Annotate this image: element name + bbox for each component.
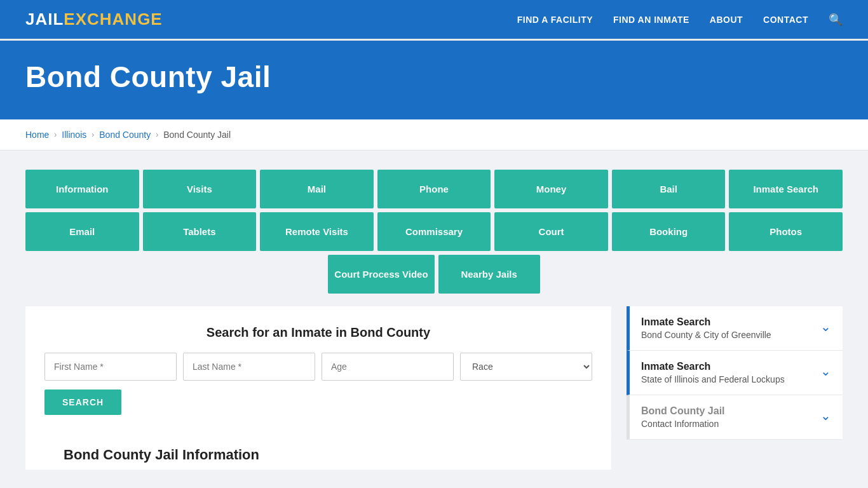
breadcrumb-bond-county[interactable]: Bond County	[99, 130, 151, 140]
grid-section: Information Visits Mail Phone Money Bail…	[25, 170, 843, 294]
lower-section: Search for an Inmate in Bond County Race…	[25, 306, 843, 470]
button-row-3: Court Process Video Nearby Jails	[25, 255, 843, 294]
btn-remote-visits[interactable]: Remote Visits	[260, 212, 374, 251]
sidebar-item-2[interactable]: Inmate Search State of Illinois and Fede…	[627, 351, 843, 395]
btn-mail[interactable]: Mail	[260, 170, 374, 208]
sidebar-item-3-sublabel: Contact Information	[641, 419, 725, 429]
sidebar-item-1-sublabel: Bond County & City of Greenville	[641, 330, 771, 340]
breadcrumb-sep-2: ›	[92, 130, 94, 139]
logo[interactable]: JAILEXCHANGE	[25, 10, 163, 29]
find-a-facility-link[interactable]: FIND A FACILITY	[517, 15, 593, 25]
breadcrumb-bar: Home › Illinois › Bond County › Bond Cou…	[0, 119, 868, 151]
button-row-2: Email Tablets Remote Visits Commissary C…	[25, 212, 843, 251]
sidebar-item-2-label: Inmate Search	[641, 361, 785, 372]
left-column: Search for an Inmate in Bond County Race…	[25, 306, 611, 470]
find-an-inmate-link[interactable]: FIND AN INMATE	[613, 15, 689, 25]
btn-photos[interactable]: Photos	[729, 212, 843, 251]
chevron-down-icon-3: ⌄	[820, 408, 831, 423]
last-name-input[interactable]	[183, 353, 315, 381]
btn-booking[interactable]: Booking	[612, 212, 726, 251]
chevron-down-icon-1: ⌄	[820, 319, 831, 334]
btn-phone[interactable]: Phone	[377, 170, 491, 208]
btn-information[interactable]: Information	[25, 170, 139, 208]
breadcrumb-sep-1: ›	[54, 130, 57, 139]
sidebar-item-3[interactable]: Bond County Jail Contact Information ⌄	[627, 395, 843, 440]
sidebar-item-1[interactable]: Inmate Search Bond County & City of Gree…	[627, 306, 843, 351]
breadcrumb-illinois[interactable]: Illinois	[62, 130, 86, 140]
first-name-input[interactable]	[44, 353, 177, 381]
main-content: Information Visits Mail Phone Money Bail…	[0, 151, 868, 488]
race-select[interactable]: Race White Black Hispanic Asian Other	[460, 353, 592, 381]
btn-tablets[interactable]: Tablets	[143, 212, 257, 251]
search-card: Search for an Inmate in Bond County Race…	[25, 306, 611, 434]
age-input[interactable]	[322, 353, 454, 381]
btn-nearby-jails[interactable]: Nearby Jails	[438, 255, 540, 294]
button-row-1: Information Visits Mail Phone Money Bail…	[25, 170, 843, 208]
btn-visits[interactable]: Visits	[143, 170, 257, 208]
btn-inmate-search[interactable]: Inmate Search	[729, 170, 843, 208]
sidebar: Inmate Search Bond County & City of Gree…	[627, 306, 843, 470]
btn-bail[interactable]: Bail	[612, 170, 726, 208]
search-icon-button[interactable]: 🔍	[829, 13, 843, 27]
logo-exchange: EXCHANGE	[64, 10, 162, 29]
breadcrumb-current: Bond County Jail	[163, 130, 231, 140]
search-icon: 🔍	[829, 13, 843, 26]
info-section-title: Bond County Jail Information	[44, 434, 592, 463]
info-section: Bond County Jail Information	[25, 434, 611, 470]
breadcrumb-home[interactable]: Home	[25, 130, 49, 140]
btn-money[interactable]: Money	[494, 170, 608, 208]
chevron-down-icon-2: ⌄	[820, 363, 831, 379]
search-form-row-1: Race White Black Hispanic Asian Other	[44, 353, 592, 381]
btn-commissary[interactable]: Commissary	[377, 212, 491, 251]
btn-court[interactable]: Court	[494, 212, 608, 251]
breadcrumb-sep-3: ›	[156, 130, 158, 139]
navbar-links: FIND A FACILITY FIND AN INMATE ABOUT CON…	[517, 13, 843, 27]
search-card-title: Search for an Inmate in Bond County	[44, 325, 592, 340]
sidebar-item-2-sublabel: State of Illinois and Federal Lockups	[641, 374, 785, 384]
breadcrumb: Home › Illinois › Bond County › Bond Cou…	[25, 130, 843, 140]
hero-section: Bond County Jail	[0, 41, 868, 119]
sidebar-item-1-label: Inmate Search	[641, 316, 771, 328]
page-title: Bond County Jail	[25, 60, 843, 94]
btn-court-process-video[interactable]: Court Process Video	[328, 255, 434, 294]
about-link[interactable]: ABOUT	[710, 15, 743, 25]
sidebar-item-3-label: Bond County Jail	[641, 405, 725, 417]
navbar: JAILEXCHANGE FIND A FACILITY FIND AN INM…	[0, 0, 868, 41]
search-button[interactable]: SEARCH	[44, 390, 121, 415]
contact-link[interactable]: CONTACT	[763, 15, 808, 25]
btn-email[interactable]: Email	[25, 212, 139, 251]
logo-jail: JAIL	[25, 10, 64, 29]
